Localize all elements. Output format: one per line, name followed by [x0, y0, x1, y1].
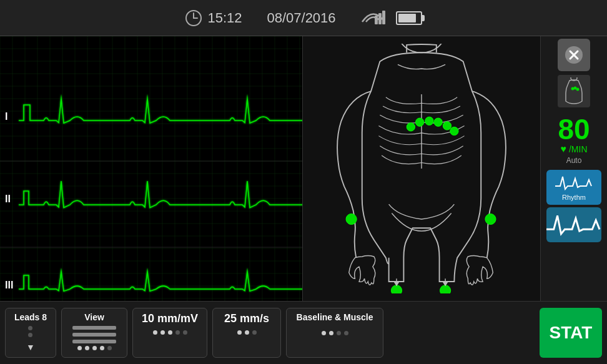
- heart-rate-unit: /MIN: [569, 144, 588, 154]
- rhythm-wave-icon-2: [546, 211, 601, 239]
- gain-button[interactable]: 10 mm/mV: [132, 308, 207, 358]
- filter-dot-2: [329, 331, 333, 335]
- speed-dots: [237, 330, 257, 335]
- clock-icon: [185, 9, 202, 27]
- leads-dot-2: [28, 333, 32, 337]
- svg-point-6: [399, 44, 444, 52]
- view-lines-icon: [72, 326, 116, 343]
- view-dots: [77, 346, 112, 350]
- svg-rect-4: [378, 13, 382, 24]
- svg-point-17: [440, 285, 451, 293]
- body-thumbnail: [558, 75, 590, 107]
- view-dot-4: [100, 346, 104, 350]
- close-button[interactable]: [558, 39, 590, 71]
- svg-point-12: [443, 122, 451, 130]
- right-panel: 80 ♥ /MIN Auto Rhythm: [540, 36, 607, 301]
- lead-ii-label: II: [5, 194, 11, 205]
- filter-dot-3: [337, 331, 341, 335]
- body-panel: [303, 36, 540, 301]
- filter-dot-4: [344, 331, 348, 335]
- speed-dot-2: [245, 330, 249, 335]
- ecg-panel: I II III: [0, 36, 303, 301]
- status-icons: [361, 9, 422, 27]
- gain-dot-4: [175, 330, 180, 335]
- time-display: 15:12: [185, 9, 242, 27]
- heart-rate-display: 80 ♥ /MIN Auto: [558, 115, 590, 165]
- view-label: View: [84, 312, 104, 322]
- close-icon: [564, 45, 584, 65]
- battery-icon: [396, 11, 422, 25]
- gain-dot-3: [168, 330, 172, 335]
- lead-i-label: I: [5, 111, 7, 122]
- svg-point-10: [425, 117, 433, 125]
- stat-label: STAT: [550, 323, 593, 343]
- view-dot-3: [92, 346, 97, 350]
- speed-value: 25 mm/s: [224, 312, 269, 325]
- filter-dot-1: [322, 331, 326, 335]
- leads-arrow-icon: ▼: [26, 342, 35, 352]
- lead-iii-label: III: [5, 280, 13, 291]
- stat-button[interactable]: STAT: [540, 308, 602, 358]
- time-value: 15:12: [207, 10, 242, 26]
- filter-dots: [322, 331, 348, 335]
- svg-point-29: [576, 88, 580, 91]
- rhythm-wave-icon: [555, 174, 593, 192]
- gain-value: 10 mm/mV: [142, 312, 198, 325]
- view-dot-1: [77, 346, 82, 350]
- gain-dot-2: [160, 330, 165, 335]
- view-button[interactable]: View: [61, 308, 127, 358]
- leads-selector: ▼: [26, 326, 35, 352]
- rhythm-button[interactable]: Rhythm: [546, 170, 601, 205]
- svg-point-13: [450, 127, 458, 135]
- gain-dot-1: [153, 330, 157, 335]
- body-thumbnail-icon: [560, 77, 588, 105]
- top-bar: 15:12 08/07/2016: [0, 0, 607, 36]
- svg-rect-3: [375, 16, 378, 24]
- svg-rect-5: [382, 11, 385, 24]
- signal-icon: [361, 9, 386, 27]
- leads-dot-1: [28, 326, 32, 330]
- view-dot-2: [85, 346, 89, 350]
- leads-label: Leads 8: [14, 312, 47, 322]
- rhythm-label: Rhythm: [562, 194, 586, 201]
- gain-dot-5: [183, 330, 187, 335]
- heart-rate-mode: Auto: [566, 156, 582, 165]
- svg-point-16: [391, 285, 402, 293]
- heart-rate-value: 80: [558, 115, 590, 144]
- date-display: 08/07/2016: [267, 10, 335, 26]
- leads-button[interactable]: Leads 8 ▼: [5, 308, 56, 358]
- speed-dot-3: [252, 330, 257, 335]
- heart-icon: ♥: [560, 144, 566, 155]
- svg-point-15: [485, 214, 496, 224]
- filter-button[interactable]: Baseline & Muscle: [286, 308, 383, 358]
- view-dot-5: [107, 346, 112, 350]
- speed-dot-1: [237, 330, 242, 335]
- bottom-bar: Leads 8 ▼ View 10 mm/mV: [0, 301, 607, 364]
- main-area: I II III: [0, 36, 607, 301]
- svg-point-11: [434, 118, 442, 126]
- rhythm-button-2[interactable]: [546, 207, 601, 242]
- svg-rect-25: [560, 77, 588, 105]
- speed-button[interactable]: 25 mm/s: [212, 308, 281, 358]
- svg-point-8: [407, 123, 415, 131]
- filter-label: Baseline & Muscle: [297, 312, 373, 322]
- gain-dots: [153, 330, 187, 335]
- svg-point-9: [415, 118, 423, 126]
- svg-point-14: [346, 214, 357, 224]
- body-diagram: [315, 44, 528, 293]
